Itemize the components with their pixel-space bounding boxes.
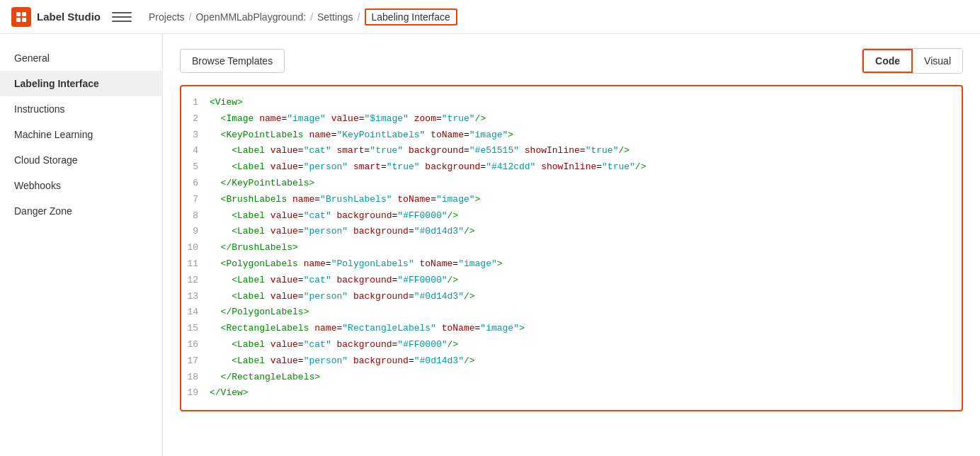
sidebar-item-instructions[interactable]: Instructions [0,96,162,122]
sidebar-item-danger-zone[interactable]: Danger Zone [0,198,162,224]
line-number: 1 [181,96,210,110]
line-content: </BrushLabels> [210,241,962,256]
line-number: 13 [181,290,210,304]
code-line-6: 6 </KeyPointLabels> [181,176,962,192]
code-view-button[interactable]: Code [862,49,913,73]
svg-rect-2 [16,18,21,22]
breadcrumb-project[interactable]: OpenMMLabPlayground: [195,11,306,23]
toolbar: Browse Templates Code Visual [180,48,963,74]
layout: General Labeling Interface Instructions … [0,34,980,456]
svg-rect-1 [22,12,26,16]
sidebar-item-cloud-storage[interactable]: Cloud Storage [0,147,162,173]
breadcrumb-settings[interactable]: Settings [317,11,353,23]
line-number: 15 [181,321,210,336]
line-number: 11 [181,257,210,272]
line-number: 19 [181,386,210,401]
code-line-3: 3 <KeyPointLabels name="KeyPointLabels" … [181,127,962,144]
line-number: 12 [181,273,210,288]
line-number: 18 [181,370,210,385]
view-toggle: Code Visual [862,48,963,74]
line-content: <RectangleLabels name="RectangleLabels" … [210,321,962,336]
line-number: 9 [181,224,210,239]
code-line-18: 18 </RectangleLabels> [181,370,962,386]
browse-templates-button[interactable]: Browse Templates [180,49,285,73]
logo-icon [11,7,31,27]
line-content: </KeyPointLabels> [210,176,962,191]
line-content: <BrushLabels name="BrushLabels" toName="… [210,193,962,207]
line-number: 6 [181,176,210,191]
line-content: <Label value="person" smart="true" backg… [210,160,962,175]
line-content: <Label value="person" background="#0d14d… [210,224,962,239]
line-content: <Label value="person" background="#0d14d… [210,354,962,369]
line-number: 8 [181,209,210,224]
line-content: </RectangleLabels> [210,370,962,385]
code-line-11: 11 <PolygonLabels name="PolygonLabels" t… [181,256,962,273]
app-name: Label Studio [37,11,101,23]
svg-rect-0 [16,12,21,16]
breadcrumb: Projects / OpenMMLabPlayground: / Settin… [149,8,457,25]
sidebar-item-labeling-interface[interactable]: Labeling Interface [0,71,162,96]
line-content: </View> [210,386,962,401]
hamburger-button[interactable] [112,7,132,27]
code-line-13: 13 <Label value="person" background="#0d… [181,289,962,305]
code-line-16: 16 <Label value="cat" background="#FF000… [181,337,962,353]
breadcrumb-projects[interactable]: Projects [149,11,185,23]
line-content: <Label value="cat" smart="true" backgrou… [210,144,962,159]
visual-view-button[interactable]: Visual [913,49,962,73]
line-number: 7 [181,193,210,207]
line-number: 2 [181,112,210,127]
line-content: <View> [210,96,962,110]
code-line-4: 4 <Label value="cat" smart="true" backgr… [181,143,962,159]
line-content: <Image name="image" value="$image" zoom=… [210,112,962,127]
line-content: </PolygonLabels> [210,305,962,320]
line-content: <Label value="person" background="#0d14d… [210,290,962,304]
code-line-12: 12 <Label value="cat" background="#FF000… [181,273,962,289]
line-number: 4 [181,144,210,159]
line-number: 14 [181,305,210,320]
topbar: Label Studio Projects / OpenMMLabPlaygro… [0,0,980,34]
code-line-9: 9 <Label value="person" background="#0d1… [181,224,962,240]
code-line-2: 2 <Image name="image" value="$image" zoo… [181,111,962,127]
line-number: 5 [181,160,210,175]
code-line-19: 19</View> [181,385,962,401]
breadcrumb-current: Labeling Interface [365,8,457,25]
sidebar-item-machine-learning[interactable]: Machine Learning [0,122,162,147]
line-content: <Label value="cat" background="#FF0000"/… [210,273,962,288]
logo-area: Label Studio [11,7,132,27]
code-line-17: 17 <Label value="person" background="#0d… [181,353,962,370]
code-line-5: 5 <Label value="person" smart="true" bac… [181,159,962,176]
sidebar-item-webhooks[interactable]: Webhooks [0,173,162,198]
line-number: 17 [181,354,210,369]
line-number: 10 [181,241,210,256]
line-content: <KeyPointLabels name="KeyPointLabels" to… [210,128,962,143]
code-line-7: 7 <BrushLabels name="BrushLabels" toName… [181,192,962,208]
line-number: 16 [181,338,210,353]
sidebar: General Labeling Interface Instructions … [0,34,163,456]
line-content: <Label value="cat" background="#FF0000"/… [210,338,962,353]
sidebar-item-general[interactable]: General [0,45,162,71]
code-line-14: 14 </PolygonLabels> [181,304,962,321]
line-number: 3 [181,128,210,143]
code-line-15: 15 <RectangleLabels name="RectangleLabel… [181,321,962,337]
line-content: <PolygonLabels name="PolygonLabels" toNa… [210,257,962,272]
code-line-10: 10 </BrushLabels> [181,240,962,256]
code-line-8: 8 <Label value="cat" background="#FF0000… [181,208,962,224]
main-content: Browse Templates Code Visual 1<View>2 <I… [163,34,980,456]
code-editor[interactable]: 1<View>2 <Image name="image" value="$ima… [180,85,963,411]
code-line-1: 1<View> [181,95,962,111]
svg-rect-3 [22,18,26,22]
line-content: <Label value="cat" background="#FF0000"/… [210,209,962,224]
